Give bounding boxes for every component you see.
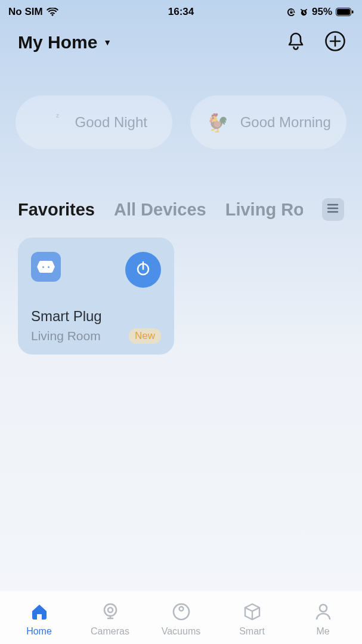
status-time: 16:34 [168,6,194,18]
nav-cameras[interactable]: Cameras [75,600,146,637]
device-grid: Smart Plug Living Room New [0,221,362,355]
header: My Home ▼ [0,20,362,54]
tab-living-room[interactable]: Living Ro [225,200,303,220]
device-tabs: Favorites All Devices Living Ro [0,149,362,221]
status-bar: No SIM 16:34 95% [0,0,362,20]
svg-point-11 [179,606,183,611]
status-right: 95% [287,6,354,18]
device-room: Living Room [31,329,101,343]
scene-good-night[interactable]: z Good Night [16,95,172,149]
device-card-top [31,252,161,288]
tabs-menu-button[interactable] [322,198,344,221]
wifi-icon [47,8,58,17]
svg-rect-0 [290,11,292,13]
cube-icon [242,600,263,624]
svg-point-8 [104,604,116,616]
notifications-button[interactable] [284,31,307,54]
svg-text:z: z [56,112,59,119]
device-card-bottom: Smart Plug Living Room New [31,308,161,344]
menu-icon [327,204,339,215]
camera-icon [100,600,121,624]
scene-row: z Good Night 🐓 Good Morning [0,54,362,149]
svg-rect-3 [337,9,350,15]
profile-icon [313,600,334,624]
chevron-down-icon: ▼ [103,38,112,47]
plug-icon [31,252,61,282]
svg-rect-4 [352,11,354,14]
device-card-smart-plug[interactable]: Smart Plug Living Room New [18,238,174,355]
scene-good-morning[interactable]: 🐓 Good Morning [190,95,347,149]
alarm-icon [299,8,308,17]
add-button[interactable] [324,31,346,54]
power-toggle-button[interactable] [125,252,161,288]
status-left: No SIM [8,6,58,18]
power-icon [134,260,152,280]
orientation-lock-icon [287,8,296,17]
nav-label: Smart [239,626,265,637]
moon-icon: z [41,110,64,134]
bird-icon: 🐓 [206,110,230,134]
nav-home[interactable]: Home [4,600,75,637]
bottom-nav: Home Cameras Vacuums Smart Me [0,590,362,644]
home-icon [29,600,50,624]
nav-label: Me [316,626,329,637]
vacuum-icon [171,600,192,624]
home-title: My Home [18,32,97,53]
nav-smart[interactable]: Smart [216,600,287,637]
header-actions [284,31,346,54]
nav-me[interactable]: Me [287,600,358,637]
svg-point-9 [108,608,113,612]
nav-label: Vacuums [162,626,201,637]
tab-all-devices[interactable]: All Devices [114,200,206,220]
device-name: Smart Plug [31,308,161,325]
home-selector[interactable]: My Home ▼ [18,32,112,53]
svg-point-12 [320,605,327,612]
scene-label: Good Night [75,114,147,131]
device-room-row: Living Room New [31,328,161,344]
carrier-text: No SIM [8,6,43,18]
nav-vacuums[interactable]: Vacuums [146,600,216,637]
battery-text: 95% [312,6,332,18]
nav-label: Home [26,626,52,637]
nav-label: Cameras [91,626,129,637]
new-badge: New [129,328,161,344]
battery-icon [336,8,354,16]
scene-label: Good Morning [240,114,331,131]
tab-favorites[interactable]: Favorites [18,200,95,220]
plus-circle-icon [324,30,346,54]
bell-icon [286,31,305,54]
